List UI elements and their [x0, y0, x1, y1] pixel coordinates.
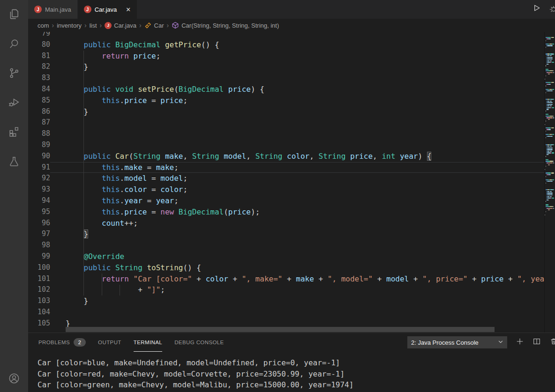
- breadcrumb-item-list[interactable]: list: [90, 22, 97, 29]
- problems-badge: 2: [74, 338, 86, 347]
- code-line: 97 }: [28, 229, 545, 240]
- activity-bar: [0, 0, 28, 392]
- kill-terminal-icon: [549, 337, 555, 348]
- chevron-right-icon: ›: [139, 22, 142, 29]
- breadcrumb: com›inventory›list›JCar.java›Car›Car(Str…: [28, 19, 555, 32]
- code-line: 80 public BigDecimal getPrice() {: [28, 39, 545, 51]
- horizontal-scrollbar[interactable]: [66, 327, 495, 332]
- split-terminal-icon: [532, 337, 541, 348]
- new-terminal-icon: [516, 337, 524, 348]
- java-file-icon: J: [34, 6, 42, 13]
- breadcrumb-item-inventory[interactable]: inventory: [57, 22, 82, 29]
- breadcrumb-item-com[interactable]: com: [38, 22, 49, 29]
- line-number: 84: [28, 84, 50, 95]
- code-line: 95 this.price = new BigDecimal(price);: [28, 207, 545, 218]
- activity-run-debug-icon[interactable]: [0, 95, 28, 111]
- terminal-output[interactable]: Car [color=blue, make=Undefined, model=U…: [38, 357, 555, 391]
- breadcrumb-label: Car.java: [114, 22, 136, 29]
- method-icon: [172, 22, 179, 29]
- code-editor[interactable]: 7980 public BigDecimal getPrice() {81 re…: [28, 32, 555, 333]
- breadcrumb-label: Car(String, String, String, String, int): [181, 22, 279, 29]
- testing-icon: [8, 155, 21, 170]
- class-icon: [144, 22, 152, 29]
- code-line: 87: [28, 117, 545, 128]
- activity-testing-icon[interactable]: [0, 155, 28, 170]
- chevron-right-icon: ›: [84, 22, 87, 29]
- code-line: 82 }: [28, 61, 545, 73]
- code-line: 92 this.model = model;: [28, 173, 545, 184]
- code-line: 79: [28, 32, 545, 39]
- panel-tab-output[interactable]: OUTPUT: [98, 333, 121, 352]
- tab-car-java[interactable]: JCar.java✕: [78, 0, 137, 19]
- terminal-line: Car [color=blue, make=Undefined, model=U…: [38, 357, 555, 369]
- line-number: 92: [28, 173, 50, 184]
- breadcrumb-label: Car: [154, 22, 164, 29]
- line-number: 80: [28, 39, 50, 51]
- editor-tab-bar: JMain.javaJCar.java✕: [28, 0, 555, 19]
- line-number: 87: [28, 117, 50, 128]
- terminal-selector[interactable]: 2: Java Process Console: [407, 336, 507, 348]
- panel-tab-label: DEBUG CONSOLE: [174, 340, 224, 345]
- line-number: 94: [28, 195, 50, 207]
- line-number: 82: [28, 61, 50, 73]
- panel-actions: 2: Java Process Console: [407, 336, 555, 348]
- line-number: 88: [28, 128, 50, 140]
- code-line: 94 this.year = year;: [28, 195, 545, 207]
- line-number: 90: [28, 151, 50, 162]
- code-line: 98: [28, 240, 545, 251]
- vscode-window: JMain.javaJCar.java✕ com›inventory›list›…: [0, 0, 555, 392]
- java-file-icon: J: [84, 6, 91, 13]
- close-icon[interactable]: ✕: [126, 7, 131, 13]
- line-number: 100: [28, 262, 50, 274]
- indent-guide: [102, 274, 102, 296]
- chevron-right-icon: ›: [100, 22, 102, 29]
- line-number: 99: [28, 251, 50, 262]
- panel-tab-debug-console[interactable]: DEBUG CONSOLE: [174, 333, 224, 352]
- breadcrumb-item-car[interactable]: Car: [144, 22, 164, 29]
- clipped-action-icon[interactable]: [549, 3, 555, 15]
- activity-account-icon[interactable]: [0, 371, 28, 387]
- terminal-line: Car [color=red, make=Chevy, model=Corvet…: [38, 369, 555, 380]
- tab-main-java[interactable]: JMain.java: [28, 0, 78, 19]
- new-terminal-button[interactable]: [515, 337, 525, 348]
- kill-terminal-button[interactable]: [548, 337, 555, 348]
- line-number: 89: [28, 140, 50, 151]
- breadcrumb-item-car-string-string-string-strin[interactable]: Car(String, String, String, String, int): [172, 22, 279, 29]
- breadcrumb-item-car-java[interactable]: JCar.java: [105, 22, 136, 29]
- breadcrumb-label: list: [90, 22, 97, 29]
- run-button[interactable]: [531, 3, 542, 15]
- code-line: 96 count++;: [28, 218, 545, 229]
- search-icon: [8, 37, 21, 52]
- extensions-icon: [8, 125, 21, 140]
- activity-explorer-icon[interactable]: [0, 7, 28, 23]
- tab-label: Main.java: [45, 6, 71, 13]
- code-line: 104: [28, 307, 545, 318]
- code-line: 93 this.color = color;: [28, 184, 545, 195]
- line-number: 98: [28, 240, 50, 251]
- split-terminal-button[interactable]: [532, 337, 542, 348]
- activity-search-icon[interactable]: [0, 37, 28, 53]
- chevron-right-icon: ›: [52, 22, 54, 29]
- panel-tab-terminal[interactable]: TERMINAL: [134, 333, 162, 352]
- line-number: 105: [28, 318, 50, 329]
- minimap[interactable]: [544, 32, 555, 333]
- bottom-panel: PROBLEMS2OUTPUTTERMINALDEBUG CONSOLE 2: …: [28, 333, 555, 392]
- line-number: 101: [28, 274, 50, 285]
- panel-header: PROBLEMS2OUTPUTTERMINALDEBUG CONSOLE 2: …: [28, 333, 555, 352]
- source-control-icon: [8, 67, 21, 81]
- panel-tab-problems[interactable]: PROBLEMS2: [38, 333, 86, 352]
- line-number: 86: [28, 106, 50, 118]
- indent-guide: [120, 285, 120, 296]
- breadcrumb-label: inventory: [57, 22, 82, 29]
- terminal-selector-value: 2: Java Process Console: [411, 339, 479, 346]
- code-line: 81 return price;: [28, 51, 545, 62]
- line-number: 85: [28, 95, 50, 106]
- line-number: 95: [28, 207, 50, 218]
- line-number: 81: [28, 51, 50, 62]
- code-line: 102 + "]";: [28, 284, 545, 296]
- activity-extensions-icon[interactable]: [0, 125, 28, 141]
- terminal-line: Car [color=green, make=Chevy, model=Mali…: [38, 379, 555, 391]
- indent-guide: [83, 51, 84, 296]
- code-line: 103 }: [28, 296, 545, 307]
- activity-source-control-icon[interactable]: [0, 66, 28, 82]
